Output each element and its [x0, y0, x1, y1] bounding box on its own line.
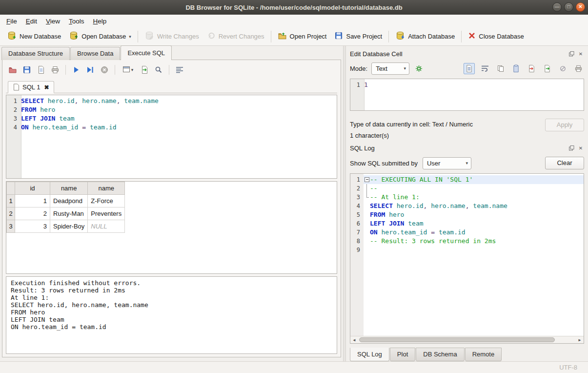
- cell-type-info: Type of data currently in cell: Text / N…: [350, 119, 545, 130]
- grid-cell[interactable]: NULL: [88, 220, 125, 233]
- set-null-button[interactable]: [557, 63, 568, 74]
- menu-tools[interactable]: Tools: [64, 16, 89, 26]
- scroll-left-icon[interactable]: ◀: [350, 338, 358, 342]
- row-header[interactable]: 1: [7, 195, 15, 207]
- results-grid[interactable]: idnamename11DeadpondZ-Force22Rusty-ManPr…: [6, 181, 337, 274]
- grid-cell[interactable]: Z-Force: [88, 195, 125, 207]
- word-wrap-button[interactable]: [479, 63, 490, 74]
- tab-plot[interactable]: Plot: [390, 348, 415, 361]
- scrollbar-track[interactable]: [358, 336, 576, 343]
- main-toolbar: New Database Open Database ▾ Write Chang…: [0, 27, 588, 46]
- line-number: 9: [350, 246, 364, 254]
- copy-cell-button[interactable]: [495, 63, 506, 74]
- tab-database-structure[interactable]: Database Structure: [1, 47, 70, 60]
- paste-cell-button[interactable]: [510, 63, 522, 74]
- table-row: 22Rusty-ManPreventers: [7, 207, 125, 220]
- stop-button[interactable]: [99, 64, 110, 76]
- scrollbar-thumb[interactable]: [359, 337, 555, 342]
- grid-cell[interactable]: 1: [15, 195, 50, 207]
- export-cell-button[interactable]: [542, 63, 553, 74]
- open-database-button[interactable]: Open Database ▾: [65, 29, 135, 44]
- horizontal-scrollbar[interactable]: ◀ ▶: [350, 336, 584, 343]
- apply-button[interactable]: Apply: [545, 119, 584, 131]
- tab-db-schema[interactable]: DB Schema: [416, 348, 464, 361]
- grid-cell[interactable]: 2: [15, 207, 50, 220]
- column-header[interactable]: id: [15, 182, 50, 195]
- menu-view[interactable]: View: [41, 16, 64, 26]
- save-project-button[interactable]: Save Project: [330, 29, 386, 43]
- minimize-button[interactable]: —: [552, 2, 562, 12]
- close-button[interactable]: ✕: [576, 2, 585, 12]
- fold-marker: [364, 193, 370, 202]
- close-database-button[interactable]: Close Database: [464, 30, 528, 43]
- grid-cell[interactable]: Rusty-Man: [50, 207, 88, 220]
- encoding-indicator[interactable]: UTF-8: [559, 364, 577, 371]
- execute-all-button[interactable]: [70, 64, 82, 76]
- fold-marker[interactable]: [364, 175, 370, 184]
- sql-tab[interactable]: SQL 1 ✖: [8, 81, 54, 93]
- import-icon: [528, 64, 535, 73]
- scroll-right-icon[interactable]: ▶: [576, 338, 584, 342]
- row-header[interactable]: 3: [7, 220, 15, 233]
- close-panel-icon[interactable]: ✕: [577, 145, 584, 151]
- log-filter-value: User: [427, 160, 440, 167]
- log-filter-select[interactable]: User ▾: [423, 157, 471, 169]
- menu-edit[interactable]: Edit: [21, 16, 41, 26]
- new-tab-button[interactable]: ▾: [120, 64, 136, 76]
- grid-cell[interactable]: Spider-Boy: [50, 220, 88, 233]
- save-results-button[interactable]: [35, 64, 47, 76]
- print-button[interactable]: [49, 64, 61, 76]
- find-replace-button[interactable]: [153, 64, 164, 76]
- grid-cell[interactable]: Preventers: [88, 207, 125, 220]
- tab-browse-data[interactable]: Browse Data: [70, 47, 120, 60]
- line-number: 3: [6, 114, 21, 123]
- column-header[interactable]: name: [88, 182, 125, 195]
- code-line: 2--: [350, 184, 584, 193]
- tab-close-icon[interactable]: ✖: [44, 84, 49, 91]
- attach-database-button[interactable]: Attach Database: [391, 29, 459, 44]
- open-project-button[interactable]: Open Project: [274, 29, 331, 44]
- import-cell-button[interactable]: [526, 63, 537, 74]
- open-sql-file-button[interactable]: [7, 64, 19, 76]
- toolbar-separator: [115, 65, 115, 75]
- write-changes-button[interactable]: Write Changes: [141, 29, 203, 44]
- format-sql-button[interactable]: [174, 64, 185, 76]
- close-panel-icon[interactable]: ✕: [577, 50, 584, 57]
- document-icon: [13, 83, 20, 91]
- edit-cell-title: Edit Database Cell: [350, 50, 566, 58]
- menu-help[interactable]: Help: [89, 16, 111, 26]
- tab-sql-log[interactable]: SQL Log: [350, 348, 389, 361]
- line-number: 4: [6, 123, 21, 132]
- cell-value-editor[interactable]: 1 1: [350, 79, 584, 111]
- revert-changes-icon: [207, 31, 216, 41]
- main-tab-bar: Database Structure Browse Data Execute S…: [0, 46, 343, 60]
- print-cell-button[interactable]: [573, 63, 584, 74]
- maximize-button[interactable]: □: [564, 2, 573, 12]
- revert-changes-button[interactable]: Revert Changes: [203, 29, 268, 43]
- auto-format-button[interactable]: [413, 63, 425, 74]
- chevron-down-icon: ▾: [129, 34, 131, 39]
- undock-panel-icon[interactable]: [568, 50, 575, 57]
- cell-value: 1: [364, 81, 368, 89]
- menu-file[interactable]: File: [2, 16, 21, 26]
- tab-remote[interactable]: Remote: [465, 348, 502, 361]
- sql-editor[interactable]: 1SELECT hero.id, hero.name, team.name2FR…: [6, 95, 337, 179]
- new-database-button[interactable]: New Database: [3, 29, 65, 44]
- row-header[interactable]: 2: [7, 207, 15, 220]
- grid-cell[interactable]: Deadpond: [50, 195, 88, 207]
- save-sql-file-button[interactable]: [21, 64, 33, 76]
- sql-log-view[interactable]: 1-- EXECUTING ALL IN 'SQL 1'2--3-- At li…: [350, 173, 584, 344]
- text-format-button[interactable]: [464, 63, 475, 74]
- execute-current-line-button[interactable]: [84, 64, 96, 76]
- grid-cell[interactable]: 3: [15, 220, 50, 233]
- clear-log-button[interactable]: Clear: [545, 157, 584, 169]
- tab-execute-sql[interactable]: Execute SQL: [121, 45, 172, 60]
- column-header[interactable]: name: [50, 182, 88, 195]
- mode-select[interactable]: Text ▾: [371, 62, 409, 75]
- fold-marker: [364, 184, 370, 193]
- titlebar[interactable]: DB Browser for SQLite - /home/user/code/…: [0, 0, 588, 15]
- menubar: File Edit View Tools Help: [0, 15, 588, 27]
- export-sql-button[interactable]: [139, 64, 150, 76]
- undock-panel-icon[interactable]: [568, 145, 575, 151]
- grid-corner[interactable]: [7, 182, 15, 195]
